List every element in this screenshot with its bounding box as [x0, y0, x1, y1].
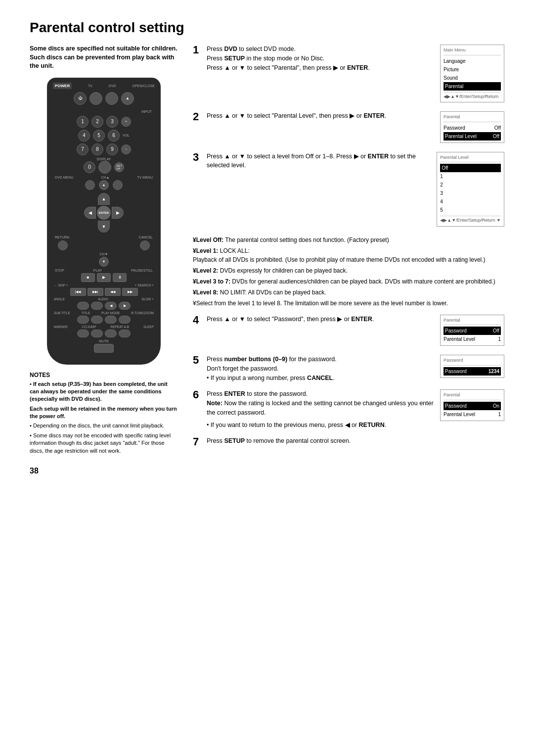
- search-plus-label: + SEARCH +: [135, 284, 154, 287]
- openclose-label: OPEN/CLOSE: [132, 84, 155, 88]
- level-2: ¥Level 2: DVDs expressly for children ca…: [193, 266, 504, 275]
- step-1: 1 Main Menu Language Picture Sound Paren…: [193, 45, 504, 104]
- num-9-button[interactable]: 9: [106, 143, 118, 155]
- step-3-screen: Parental Level Off 1 2 3 4 5 ◀▶▲▼/Enter/…: [437, 152, 504, 227]
- tv-menu-button[interactable]: [113, 180, 123, 190]
- level-note: ¥Select from the level 1 to level 8. The…: [193, 299, 504, 308]
- cancel-button[interactable]: [140, 240, 150, 250]
- page-title: Parental control setting: [30, 20, 504, 36]
- right-column: 1 Main Menu Language Picture Sound Paren…: [193, 45, 504, 457]
- nav-up-button[interactable]: ▲: [98, 193, 110, 205]
- search-fwd-button[interactable]: ▶▶: [122, 288, 138, 296]
- slow-label: SLOW +: [141, 297, 154, 301]
- step-6: 6 Parental PasswordOn Parental Level1 Pr…: [193, 389, 504, 429]
- num-1-button[interactable]: 1: [77, 116, 89, 128]
- page-number: 38: [30, 467, 504, 475]
- dvd-menu-button[interactable]: [85, 180, 95, 190]
- subtitle-button[interactable]: [77, 316, 89, 324]
- playmode-button[interactable]: [105, 316, 117, 324]
- nav-right-button[interactable]: ▶: [112, 207, 124, 219]
- search-back-button[interactable]: ◀◀: [105, 288, 121, 296]
- slow-back-button[interactable]: ◀: [105, 302, 117, 310]
- num-4-button[interactable]: 4: [78, 130, 90, 142]
- vol-minus-button[interactable]: −: [121, 144, 131, 154]
- pause-still-label: PAUSE/STILL: [131, 269, 153, 272]
- ch-up-label: CH▲: [101, 176, 109, 179]
- return-label: RETURN: [55, 236, 69, 239]
- intro-text: Some discs are specified not suitable fo…: [30, 45, 178, 71]
- notes-section: NOTES • If each setup (P.35–39) has been…: [30, 372, 178, 455]
- playmode-label: PLAY MODE: [101, 311, 120, 315]
- title-button[interactable]: [91, 316, 103, 324]
- ccjump-button[interactable]: [91, 330, 103, 337]
- step-7-text: Press SETUP to remove the parental contr…: [207, 436, 504, 446]
- cancel-label: CANCEL: [139, 236, 153, 239]
- vol-plus-button[interactable]: +: [121, 117, 131, 127]
- audio-button[interactable]: [91, 302, 103, 310]
- pause-still-button[interactable]: ⏸: [113, 273, 127, 282]
- power-label: POWER: [53, 83, 72, 89]
- skip-fwd-button[interactable]: ▶▶|: [88, 288, 103, 296]
- skip-minus-label: ← SKIP +: [54, 284, 68, 287]
- level-1: ¥Level 1: LOCK ALL:Playback of all DVDs …: [193, 246, 504, 264]
- num-7-button[interactable]: 7: [77, 143, 89, 155]
- sleep-label: SLEEP: [143, 325, 154, 329]
- nav-left-button[interactable]: ◀: [84, 207, 96, 219]
- enter-button[interactable]: ENTER: [97, 206, 111, 220]
- notes-title: NOTES: [30, 372, 178, 378]
- rtune-button[interactable]: [119, 316, 131, 324]
- step-5: 5 Password Password1234 Press number but…: [193, 355, 504, 382]
- step-6-note: • If you want to return to the previous …: [207, 421, 504, 430]
- tv-menu-label: TV MENU: [137, 176, 153, 179]
- num-2-button[interactable]: 2: [91, 116, 103, 128]
- power-button[interactable]: ⏻: [74, 92, 87, 105]
- num-8-button[interactable]: 8: [91, 143, 103, 155]
- steps-list: 1 Main Menu Language Picture Sound Paren…: [193, 45, 504, 447]
- step-2: 2 Parental PasswordOff Parental LevelOff…: [193, 111, 504, 145]
- mute-label: MUTE: [99, 339, 109, 343]
- tv-button[interactable]: [89, 92, 102, 105]
- note-3: • Depending on the discs, the unit canno…: [30, 422, 178, 429]
- display-label: DISPLAY: [96, 157, 111, 161]
- step-4-screen: Parental PasswordOff Parental Level1: [440, 315, 504, 346]
- step-4: 4 Parental PasswordOff Parental Level1 P…: [193, 315, 504, 348]
- play-label: PLAY: [93, 269, 102, 272]
- angle-button[interactable]: [77, 302, 89, 310]
- display-button[interactable]: [98, 161, 111, 174]
- num-3-button[interactable]: 3: [106, 116, 118, 128]
- ccjump-label: CC/JUMP: [82, 325, 96, 329]
- note-4: • Some discs may not be encoded with spe…: [30, 432, 178, 455]
- num-6-button[interactable]: 6: [108, 130, 120, 142]
- nav-down-button[interactable]: ▼: [98, 221, 110, 233]
- title-label: TITLE: [82, 311, 90, 315]
- audio-label: AUDIO: [98, 297, 108, 301]
- setup-button[interactable]: SETUP: [114, 162, 124, 172]
- dvd-button[interactable]: [105, 92, 118, 105]
- repeat-ab-label: REPEAT A-B: [110, 325, 129, 329]
- marker-label: MARKER: [54, 325, 68, 329]
- input-label: INPUT: [141, 110, 152, 113]
- skip-back-button[interactable]: |◀◀: [70, 288, 86, 296]
- step-2-screen: Parental PasswordOff Parental LevelOff: [440, 111, 504, 143]
- repeat-ab-button[interactable]: [105, 330, 117, 337]
- vol-label: VOL: [123, 134, 130, 137]
- nav-cluster: ▲ ◀ ENTER ▶ ▼: [84, 193, 124, 233]
- slow-fwd-button[interactable]: ▶: [119, 302, 131, 310]
- num-0-button[interactable]: 0: [84, 161, 95, 173]
- level-descriptions: ¥Level Off: The parental control setting…: [193, 236, 504, 308]
- play-button[interactable]: ▶: [97, 273, 111, 282]
- stop-button[interactable]: ■: [81, 273, 95, 282]
- return-button[interactable]: [58, 240, 68, 250]
- sleep-button[interactable]: [119, 330, 131, 337]
- ch-down-button[interactable]: ▼: [99, 257, 109, 267]
- num-5-button[interactable]: 5: [93, 130, 105, 142]
- marker-button[interactable]: [77, 330, 89, 337]
- step-5-screen: Password Password1234: [440, 355, 504, 378]
- subtitle-label: SUB TITLE: [54, 311, 70, 315]
- mute-button[interactable]: [94, 344, 114, 353]
- ch-up-button[interactable]: ▲: [99, 180, 109, 190]
- tv-label: TV: [88, 84, 92, 88]
- dvd-label: DVD: [109, 84, 116, 88]
- open-close-button[interactable]: ▲: [121, 92, 134, 105]
- angle-label: ANGLE: [54, 297, 65, 301]
